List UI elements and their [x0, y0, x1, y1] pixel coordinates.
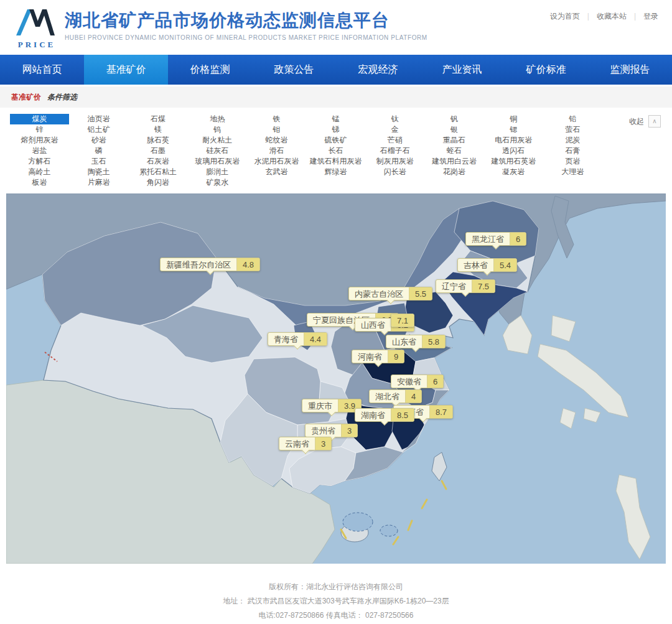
xisha-islands [343, 513, 373, 531]
nav-item-4[interactable]: 宏观经济 [336, 55, 420, 85]
mineral-filter[interactable]: 蛭石 [424, 146, 483, 156]
map-label-17: 云南省3 [279, 437, 332, 450]
mineral-filter[interactable]: 长石 [306, 146, 365, 156]
filter-row-0: 煤炭油页岩石煤地热铁锰钛钒铜铅 [10, 114, 602, 124]
mineral-filter[interactable]: 芒硝 [365, 135, 424, 146]
mineral-filter[interactable]: 建筑石料用灰岩 [306, 156, 365, 167]
mineral-filter[interactable]: 石灰岩 [128, 156, 187, 167]
mineral-filter[interactable]: 萤石 [543, 124, 602, 135]
mineral-filter[interactable]: 重晶石 [424, 135, 483, 146]
nav-item-5[interactable]: 产业资讯 [420, 55, 504, 85]
mineral-filter[interactable]: 水泥用石灰岩 [247, 156, 306, 167]
nav-item-7[interactable]: 监测报告 [588, 55, 672, 85]
header-link-2[interactable]: 登录 [643, 12, 658, 21]
mineral-filter[interactable]: 板岩 [10, 177, 69, 188]
mineral-filter[interactable]: 花岗岩 [424, 167, 483, 177]
mineral-filter[interactable]: 滑石 [247, 146, 306, 156]
map-label-10: 河南省9 [352, 350, 404, 363]
mineral-filter[interactable]: 片麻岩 [69, 177, 128, 188]
mineral-filter[interactable]: 镁 [128, 124, 187, 135]
mineral-filter[interactable]: 钨 [188, 124, 247, 135]
mineral-filter[interactable]: 砂岩 [69, 135, 128, 146]
mineral-filter[interactable]: 磷 [69, 146, 128, 156]
china-price-map: 新疆维吾尔自治区4.8黑龙江省6吉林省5.4辽宁省7.5内蒙古自治区5.5宁夏回… [6, 193, 666, 564]
map-label-1: 黑龙江省6 [465, 232, 526, 246]
mineral-filter[interactable]: 泥炭 [543, 135, 602, 146]
mineral-filter[interactable]: 石墨 [128, 146, 187, 156]
mineral-filter[interactable]: 铅 [543, 114, 602, 124]
mineral-filter[interactable]: 页岩 [543, 156, 602, 167]
breadcrumb: 基准矿价 条件筛选 [0, 86, 672, 108]
map-label-7: 7.1 [391, 314, 414, 327]
mineral-filter[interactable]: 铁 [247, 114, 306, 124]
mineral-filter[interactable]: 辉绿岩 [306, 167, 365, 177]
map-label-13: 重庆市3.9 [302, 399, 362, 412]
page: PRICE 湖北省矿产品市场价格动态监测信息平台 HUBEI PROVINCE … [0, 0, 672, 624]
filter-row-2: 熔剂用灰岩砂岩脉石英耐火粘土蛇纹岩硫铁矿芒硝重晶石电石用灰岩泥炭 [10, 135, 602, 146]
mineral-filter[interactable]: 角闪岩 [128, 177, 187, 188]
mineral-filter[interactable]: 钼 [247, 124, 306, 135]
mineral-filter[interactable]: 石榴子石 [365, 146, 424, 156]
province-name: 贵州省 [306, 424, 341, 437]
mineral-filter[interactable]: 玄武岩 [247, 167, 306, 177]
mineral-filter[interactable]: 制灰用灰岩 [365, 156, 424, 167]
link-separator: | [587, 12, 589, 21]
mineral-filter[interactable]: 岩盐 [10, 146, 69, 156]
mineral-filter[interactable]: 石膏 [543, 146, 602, 156]
mineral-filter[interactable]: 锑 [306, 124, 365, 135]
province-name: 新疆维吾尔自治区 [161, 258, 236, 271]
mineral-filter[interactable]: 锶 [484, 124, 543, 135]
mineral-filter[interactable]: 累托石粘土 [128, 167, 187, 177]
mineral-filter[interactable]: 玉石 [69, 156, 128, 167]
collapse-button[interactable]: 收起 ∧ [629, 115, 661, 128]
mineral-filter[interactable]: 凝灰岩 [484, 167, 543, 177]
mineral-filter[interactable]: 地热 [188, 114, 247, 124]
footer-copyright: 版权所有：湖北永业行评估咨询有限公司 [0, 580, 672, 594]
mineral-filter[interactable]: 硫铁矿 [306, 135, 365, 146]
province-value: 7.1 [391, 314, 414, 327]
mineral-filter[interactable]: 银 [424, 124, 483, 135]
mineral-filter[interactable]: 钛 [365, 114, 424, 124]
mineral-filter[interactable]: 煤炭 [10, 114, 69, 124]
mineral-filter[interactable]: 大理岩 [543, 167, 602, 177]
mineral-filter[interactable]: 膨润土 [188, 167, 247, 177]
nav-item-1[interactable]: 基准矿价 [84, 55, 168, 85]
mineral-filter[interactable]: 硅灰石 [188, 146, 247, 156]
filter-rows: 煤炭油页岩石煤地热铁锰钛钒铜铅锌铝土矿镁钨钼锑金银锶萤石熔剂用灰岩砂岩脉石英耐火… [10, 114, 602, 188]
mineral-filter[interactable]: 矿泉水 [188, 177, 247, 188]
mineral-filter[interactable]: 电石用灰岩 [484, 135, 543, 146]
mineral-filter[interactable]: 钒 [424, 114, 483, 124]
mineral-filter[interactable]: 方解石 [10, 156, 69, 167]
mineral-filter[interactable]: 耐火粘土 [188, 135, 247, 146]
mineral-filter[interactable]: 建筑用石英岩 [484, 156, 543, 167]
mineral-filter[interactable]: 蛇纹岩 [247, 135, 306, 146]
map-label-0: 新疆维吾尔自治区4.8 [160, 258, 260, 271]
mineral-filter[interactable]: 闪长岩 [365, 167, 424, 177]
header-link-1[interactable]: 收藏本站 [597, 12, 627, 21]
mineral-filter[interactable]: 油页岩 [69, 114, 128, 124]
mineral-filter[interactable]: 高岭土 [10, 167, 69, 177]
mineral-filter[interactable]: 金 [365, 124, 424, 135]
mineral-filter[interactable]: 脉石英 [128, 135, 187, 146]
breadcrumb-filter-label: 条件筛选 [47, 92, 77, 103]
mineral-filter[interactable]: 透闪石 [484, 146, 543, 156]
mineral-filter[interactable]: 建筑用白云岩 [424, 156, 483, 167]
nav-item-6[interactable]: 矿价标准 [504, 55, 588, 85]
map-label-9: 山东省5.8 [386, 335, 446, 348]
footer: 版权所有：湖北永业行评估咨询有限公司 地址： 武汉市武昌区友谊大道303号武车路… [0, 564, 672, 623]
mineral-filter[interactable]: 玻璃用石灰岩 [188, 156, 247, 167]
mineral-filter[interactable]: 陶瓷土 [69, 167, 128, 177]
nav-item-0[interactable]: 网站首页 [0, 55, 84, 85]
nav-item-2[interactable]: 价格监测 [168, 55, 252, 85]
mineral-filter[interactable]: 石煤 [128, 114, 187, 124]
province-value: 4.4 [304, 333, 327, 345]
filter-row-6: 板岩片麻岩角闪岩矿泉水 [10, 177, 602, 188]
nav-item-3[interactable]: 政策公告 [252, 55, 336, 85]
mineral-filter[interactable]: 铜 [484, 114, 543, 124]
mineral-filter[interactable]: 熔剂用灰岩 [10, 135, 69, 146]
mineral-filter[interactable]: 锰 [306, 114, 365, 124]
mineral-filter[interactable]: 铝土矿 [69, 124, 128, 135]
province-value: 8.7 [429, 406, 452, 418]
header-link-0[interactable]: 设为首页 [550, 12, 580, 21]
mineral-filter[interactable]: 锌 [10, 124, 69, 135]
